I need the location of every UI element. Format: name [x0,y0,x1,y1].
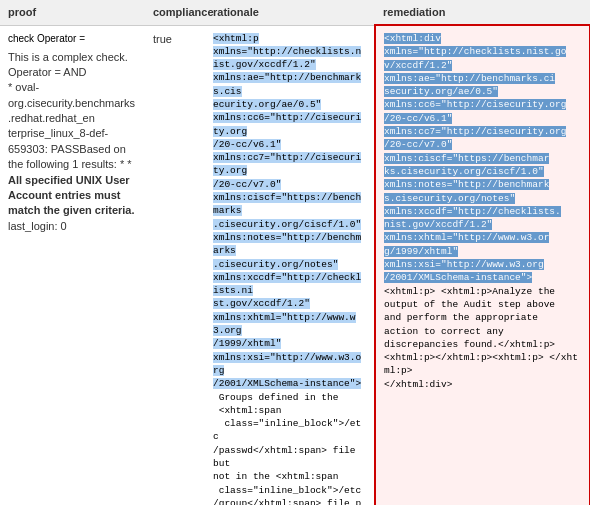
rationale-xml: <xhtml:p xmlns="http://checklists.nist.g… [213,32,366,506]
remediation-cell: <xhtml:div xmlns="http://checklists.nist… [375,25,590,505]
compliance-cell: true [145,25,205,505]
proof-text-2: * oval-org.cisecurity.benchmarks.redhat.… [8,81,135,170]
check-operator-label: check Operator = [8,32,137,46]
header-proof: proof [0,0,145,25]
compliance-value: true [153,33,172,45]
check-operator-text: check Operator = [8,33,85,44]
main-table-container: proof compliance rationale remediation c… [0,0,590,505]
header-rationale: rationale [205,0,375,25]
remediation-xml: <xhtml:div xmlns="http://checklists.nist… [384,32,581,391]
proof-text-1: This is a complex check. Operator = AND [8,51,128,78]
proof-bold-text: All specified UNIX User Account entries … [8,174,135,217]
header-compliance: compliance [145,0,205,25]
data-table: proof compliance rationale remediation c… [0,0,590,505]
table-header-row: proof compliance rationale remediation [0,0,590,25]
table-row: check Operator = This is a complex check… [0,25,590,505]
proof-text-3: last_login: 0 [8,220,67,232]
proof-cell: check Operator = This is a complex check… [0,25,145,505]
header-remediation: remediation [375,0,590,25]
proof-text: This is a complex check. Operator = AND … [8,50,137,235]
rationale-cell: <xhtml:p xmlns="http://checklists.nist.g… [205,25,375,505]
